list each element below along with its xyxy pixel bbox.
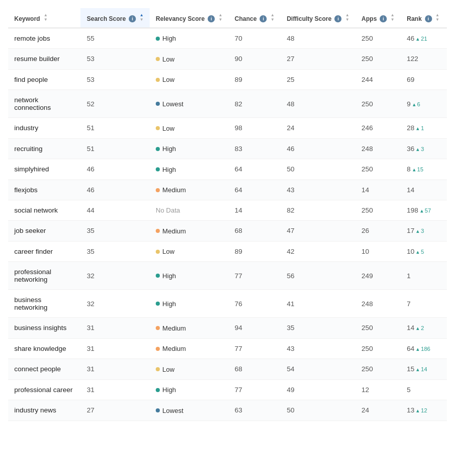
relevancy-badge: Medium <box>156 186 186 194</box>
rank-change: ▴ 1 <box>416 125 424 132</box>
keyword-cell: resume builder <box>8 49 80 70</box>
relevancy-cell: High <box>150 159 229 180</box>
relevancy-cell: Lowest <box>150 90 229 118</box>
col-search-sort: ▲ ▼ <box>139 13 144 22</box>
relevancy-badge: High <box>156 145 176 153</box>
relevancy-dot <box>156 229 160 233</box>
chance-cell: 64 <box>229 159 280 180</box>
rank-cell: 14 ▴ 2 <box>401 318 447 339</box>
apps-cell: 14 <box>355 180 401 200</box>
apps-cell: 250 <box>355 200 401 221</box>
relevancy-label: Lowest <box>162 100 183 108</box>
apps-cell: 26 <box>355 221 401 242</box>
search-score-cell: 31 <box>80 379 150 400</box>
relevancy-label: High <box>162 386 176 394</box>
rank-cell: 46 ▴ 21 <box>401 28 447 49</box>
relevancy-cell: High <box>150 138 229 159</box>
col-header-difficulty-score[interactable]: Difficulty Score i ▲ ▼ <box>280 8 355 28</box>
apps-cell: 10 <box>355 241 401 262</box>
col-search-score-label: Search Score <box>87 15 126 22</box>
rank-main: 198 <box>407 206 418 214</box>
table-row: flexjobs46Medium64431414 <box>8 180 447 200</box>
col-keyword-sort: ▲ ▼ <box>44 13 48 22</box>
rank-change: ▴ 12 <box>416 407 427 414</box>
search-score-cell: 35 <box>80 241 150 262</box>
keyword-cell: network connections <box>8 90 80 118</box>
relevancy-badge: Lowest <box>156 407 183 414</box>
search-score-cell: 51 <box>80 138 150 159</box>
table-row: professional networking32High77562491 <box>8 262 447 290</box>
apps-cell: 250 <box>355 28 401 49</box>
chance-cell: 77 <box>229 262 280 290</box>
col-header-rank[interactable]: Rank i ▲ ▼ <box>401 8 447 28</box>
rank-change: ▴ 3 <box>416 228 424 234</box>
rank-change: ▴ 186 <box>416 346 430 352</box>
search-score-info-icon[interactable]: i <box>129 15 136 22</box>
table-row: social network44No Data1482250198 ▴ 57 <box>8 200 447 221</box>
keyword-cell: industry <box>8 118 80 139</box>
difficulty-cell: 25 <box>280 69 355 90</box>
relevancy-label: Medium <box>162 324 186 332</box>
relevancy-cell: Medium <box>150 338 229 359</box>
relevancy-label: Low <box>162 366 175 373</box>
col-header-keyword[interactable]: Keyword ▲ ▼ <box>8 8 80 28</box>
apps-cell: 12 <box>355 379 401 400</box>
relevancy-dot <box>156 367 160 371</box>
difficulty-cell: 50 <box>280 400 355 421</box>
rank-change: ▴ 15 <box>413 166 423 173</box>
keyword-table-container: Keyword ▲ ▼ Search Score i <box>0 0 455 429</box>
rank-main: 8 <box>407 165 411 173</box>
col-header-relevancy-score[interactable]: Relevancy Score i ▲ ▼ <box>150 8 229 28</box>
relevancy-dot <box>156 57 160 61</box>
difficulty-cell: 49 <box>280 379 355 400</box>
col-difficulty-sort: ▲ ▼ <box>345 13 349 22</box>
difficulty-cell: 56 <box>280 262 355 290</box>
apps-cell: 250 <box>355 49 401 70</box>
difficulty-score-info-icon[interactable]: i <box>334 15 342 22</box>
chance-cell: 14 <box>229 200 280 221</box>
rank-change: ▴ 3 <box>416 146 424 153</box>
chance-cell: 76 <box>229 290 280 318</box>
chance-info-icon[interactable]: i <box>260 15 267 22</box>
table-row: professional career31High7749125 <box>8 379 447 400</box>
relevancy-no-data: No Data <box>156 206 180 214</box>
chance-cell: 64 <box>229 180 280 200</box>
relevancy-badge: Lowest <box>156 100 183 108</box>
relevancy-label: Low <box>162 55 175 63</box>
relevancy-cell: No Data <box>150 200 229 221</box>
difficulty-cell: 42 <box>280 241 355 262</box>
col-rank-sort: ▲ ▼ <box>436 13 440 22</box>
relevancy-dot <box>156 326 160 330</box>
keyword-cell: professional networking <box>8 262 80 290</box>
rank-main: 28 <box>407 124 414 132</box>
rank-info-icon[interactable]: i <box>425 15 432 22</box>
apps-info-icon[interactable]: i <box>380 15 387 22</box>
relevancy-badge: Low <box>156 366 175 373</box>
col-header-chance[interactable]: Chance i ▲ ▼ <box>229 8 280 28</box>
table-row: career finder35Low89421010 ▴ 5 <box>8 241 447 262</box>
relevancy-dot <box>156 147 160 151</box>
col-header-apps[interactable]: Apps i ▲ ▼ <box>355 8 401 28</box>
col-header-search-score[interactable]: Search Score i ▲ ▼ <box>80 8 150 28</box>
rank-main: 17 <box>407 227 414 234</box>
table-row: industry51Low982424628 ▴ 1 <box>8 118 447 139</box>
relevancy-dot <box>156 274 160 278</box>
difficulty-cell: 48 <box>280 28 355 49</box>
chance-cell: 82 <box>229 90 280 118</box>
relevancy-dot <box>156 37 160 41</box>
relevancy-badge: Low <box>156 55 175 63</box>
apps-cell: 249 <box>355 262 401 290</box>
rank-change: ▴ 21 <box>416 36 427 42</box>
relevancy-score-info-icon[interactable]: i <box>208 15 215 22</box>
rank-cell: 28 ▴ 1 <box>401 118 447 139</box>
search-score-cell: 55 <box>80 28 150 49</box>
table-header-row: Keyword ▲ ▼ Search Score i <box>8 8 447 28</box>
search-score-cell: 44 <box>80 200 150 221</box>
search-score-cell: 35 <box>80 221 150 242</box>
chance-cell: 94 <box>229 318 280 339</box>
col-apps-label: Apps <box>361 15 377 22</box>
relevancy-dot <box>156 188 160 192</box>
relevancy-cell: High <box>150 28 229 49</box>
relevancy-label: High <box>162 166 176 173</box>
relevancy-cell: High <box>150 290 229 318</box>
